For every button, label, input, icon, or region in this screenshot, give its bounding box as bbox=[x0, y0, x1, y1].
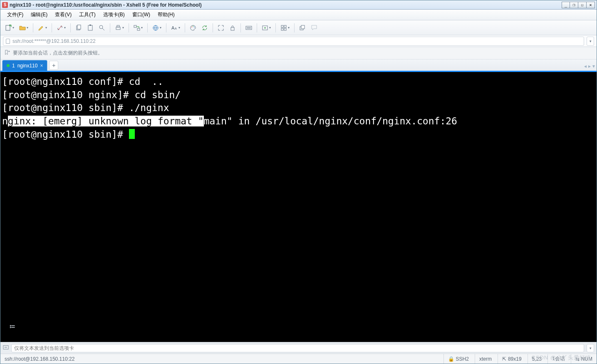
svg-point-16 bbox=[193, 26, 193, 27]
tab-prev-button[interactable]: ◂ bbox=[584, 63, 587, 69]
svg-rect-26 bbox=[284, 28, 286, 30]
address-history-button[interactable]: ▾ bbox=[587, 37, 594, 46]
svg-line-1 bbox=[58, 26, 62, 30]
svg-rect-18 bbox=[231, 27, 234, 30]
tab-next-button[interactable]: ▸ bbox=[588, 63, 591, 69]
hint-text: 要添加当前会话，点击左侧的箭头按钮。 bbox=[13, 50, 103, 57]
copy-button[interactable] bbox=[73, 22, 84, 33]
new-session-button[interactable]: ▾ bbox=[3, 22, 16, 33]
command-bar: ▾ bbox=[0, 342, 597, 354]
menu-edit[interactable]: 编辑(E) bbox=[27, 10, 51, 20]
command-input[interactable] bbox=[11, 344, 584, 352]
menu-file[interactable]: 文件(F) bbox=[4, 10, 27, 20]
keyboard-button[interactable] bbox=[243, 22, 254, 33]
maximize-button[interactable]: ☐ bbox=[578, 2, 587, 8]
tab-label: nginx110 bbox=[17, 63, 38, 69]
tab-list-button[interactable]: ▾ bbox=[592, 63, 595, 69]
tab-add-button[interactable]: + bbox=[49, 61, 58, 70]
svg-point-6 bbox=[99, 25, 103, 29]
toolbar-separator bbox=[147, 23, 148, 32]
terminal-line: nginx: [emerg] unknown log format "main"… bbox=[2, 115, 595, 128]
menu-tools[interactable]: 工具(T) bbox=[76, 10, 99, 20]
minimize-button[interactable]: _ bbox=[562, 2, 570, 8]
status-protocol: 🔒 SSH2 bbox=[443, 354, 469, 364]
session-tab[interactable]: 1 nginx110 × bbox=[2, 60, 47, 71]
terminal-line: [root@nginx110 nginx]# cd sbin/ bbox=[2, 89, 595, 102]
command-target-button[interactable]: ▾ bbox=[587, 344, 594, 352]
status-term-type: xterm bbox=[475, 354, 492, 364]
help-tip-button[interactable] bbox=[309, 22, 320, 33]
menu-tabs[interactable]: 选项卡(B) bbox=[100, 10, 128, 20]
transfer-button[interactable]: ▾ bbox=[131, 22, 145, 33]
highlight-button[interactable]: ▾ bbox=[36, 22, 49, 33]
print-button[interactable]: ▾ bbox=[113, 22, 126, 33]
fullscreen-button[interactable] bbox=[216, 22, 226, 33]
svg-rect-10 bbox=[134, 25, 136, 27]
svg-line-7 bbox=[102, 28, 104, 30]
menu-view[interactable]: 查看(V) bbox=[52, 10, 75, 20]
close-button[interactable]: ✕ bbox=[587, 2, 595, 8]
disconnect-button[interactable]: ▾ bbox=[54, 22, 68, 33]
terminal-area[interactable]: [root@nginx110 conf]# cd ..[root@nginx11… bbox=[0, 72, 597, 342]
toolbar-separator bbox=[166, 23, 166, 32]
disconnect-icon bbox=[57, 25, 63, 31]
ssh-lock-icon: 🔒 bbox=[448, 356, 454, 362]
layout-icon bbox=[280, 25, 287, 31]
cascade-button[interactable] bbox=[297, 22, 308, 33]
palette-button[interactable] bbox=[188, 22, 198, 33]
status-caps: ⇆ NUM bbox=[571, 354, 592, 364]
svg-rect-23 bbox=[281, 25, 283, 27]
svg-rect-9 bbox=[117, 25, 119, 27]
terminal-list-icon: ≔ bbox=[10, 320, 16, 333]
restore-button[interactable]: ❐ bbox=[570, 2, 578, 8]
palette-icon bbox=[190, 25, 196, 31]
svg-point-17 bbox=[194, 27, 195, 27]
app-icon bbox=[2, 2, 8, 8]
menu-help[interactable]: 帮助(H) bbox=[154, 10, 178, 20]
add-tab-button[interactable]: ▾ bbox=[260, 22, 273, 33]
svg-rect-4 bbox=[88, 25, 92, 30]
toolbar-separator bbox=[70, 23, 71, 32]
svg-point-15 bbox=[191, 27, 192, 27]
toolbar-separator bbox=[185, 23, 185, 32]
svg-rect-3 bbox=[77, 25, 81, 29]
svg-text:A: A bbox=[171, 25, 175, 30]
terminal-line: [root@nginx110 sbin]# bbox=[2, 128, 595, 141]
send-command-icon[interactable] bbox=[3, 344, 9, 352]
caps-icon: ⇆ bbox=[575, 356, 580, 362]
font-size-icon: AA bbox=[171, 25, 178, 31]
toolbar-separator bbox=[240, 23, 241, 32]
menu-bar: 文件(F) 编辑(E) 查看(V) 工具(T) 选项卡(B) 窗口(W) 帮助(… bbox=[0, 10, 597, 20]
svg-rect-11 bbox=[137, 28, 140, 30]
address-field[interactable]: ssh://root:******@192.168.150.110:22 bbox=[3, 37, 584, 46]
toolbar-separator bbox=[257, 23, 257, 32]
find-button[interactable] bbox=[97, 22, 107, 33]
menu-window[interactable]: 窗口(W) bbox=[129, 10, 154, 20]
refresh-button[interactable] bbox=[199, 22, 210, 33]
bookmark-arrow-icon[interactable] bbox=[5, 50, 10, 57]
address-url: ssh://root:******@192.168.150.110:22 bbox=[12, 38, 96, 44]
lock-button[interactable] bbox=[227, 22, 238, 33]
keyboard-icon bbox=[245, 25, 252, 31]
folder-open-icon bbox=[19, 25, 26, 31]
terminal-line: [root@nginx110 conf]# cd .. bbox=[2, 75, 595, 89]
fullscreen-icon bbox=[218, 25, 224, 31]
status-session-count: 1会话 bbox=[547, 354, 565, 364]
address-bar: ssh://root:******@192.168.150.110:22 ▾ bbox=[0, 35, 597, 47]
toolbar-separator bbox=[294, 23, 295, 32]
svg-rect-5 bbox=[89, 25, 91, 26]
globe-button[interactable]: ▾ bbox=[150, 22, 163, 33]
toolbar-separator bbox=[213, 23, 213, 32]
window-buttons: _ ❐ ☐ ✕ bbox=[562, 2, 595, 8]
font-size-button[interactable]: AA▾ bbox=[169, 22, 182, 33]
status-cursor-pos: 5,23 bbox=[528, 354, 542, 364]
paste-button[interactable] bbox=[85, 22, 96, 33]
tab-close-icon[interactable]: × bbox=[40, 63, 43, 69]
toolbar-separator bbox=[52, 23, 52, 32]
hint-bar: 要添加当前会话，点击左侧的箭头按钮。 bbox=[0, 47, 597, 59]
status-bar: ssh://root@192.168.150.110:22 🔒 SSH2 xte… bbox=[0, 354, 597, 364]
open-button[interactable]: ▾ bbox=[17, 22, 30, 33]
transfer-icon bbox=[134, 25, 140, 31]
size-icon: ⇱ bbox=[502, 356, 506, 362]
layout-button[interactable]: ▾ bbox=[278, 22, 292, 33]
